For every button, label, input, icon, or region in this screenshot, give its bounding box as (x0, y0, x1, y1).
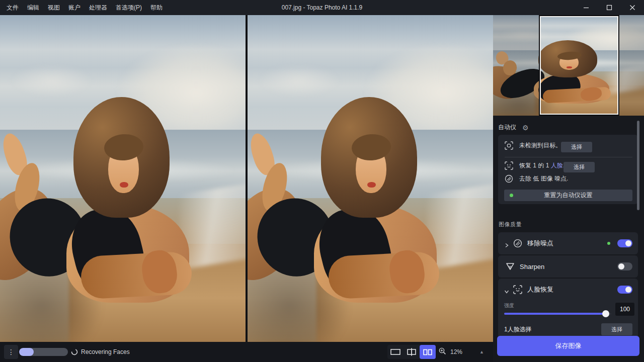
window-controls (575, 0, 644, 15)
overflow-menu-button[interactable]: ⋮ (4, 345, 18, 359)
autopilot-row-face: 恢复 1 的 1 人脸. (505, 161, 565, 170)
progress-fill (19, 348, 34, 356)
face-status-link[interactable]: 人脸 (551, 162, 563, 169)
autopilot-row-noise: 去除 低 图像 噪点. (505, 174, 568, 183)
comparison-canvas (0, 15, 493, 342)
autopilot-card: 未检测到目标。 选择 恢复 1 的 1 人脸. 选择 (498, 135, 638, 204)
zoom-in-icon (439, 347, 446, 357)
face-select-button-autopilot[interactable]: 选择 (564, 162, 595, 172)
face-recovery-label: 人脸恢复 (527, 285, 553, 294)
strength-label: 强度 (504, 302, 514, 309)
toggle-knob (625, 240, 631, 246)
face-recovery-filter-icon (513, 285, 522, 294)
chevron-down-icon[interactable] (504, 287, 509, 292)
view-single-button[interactable] (387, 345, 404, 359)
green-status-dot (510, 194, 513, 197)
autopilot-title: 自动仪 (498, 123, 516, 132)
face-selection-label: 1人脸选择 (504, 325, 532, 334)
autopilot-row-subject: 未检测到目标。 (505, 141, 561, 150)
menu-edit[interactable]: 编辑 (27, 4, 39, 12)
title-bar: 文件 编辑 视图 账户 处理器 首选项(P) 帮助 007.jpg - Topa… (0, 0, 644, 15)
scene-cloud (10, 64, 94, 97)
view-mode-group (387, 345, 436, 359)
menu-file[interactable]: 文件 (7, 4, 19, 12)
topaz-photo-ai-window: 文件 编辑 视图 账户 处理器 首选项(P) 帮助 007.jpg - Topa… (0, 0, 644, 362)
image-quality-section-label: 图像质量 (499, 221, 522, 228)
photo-before (0, 15, 246, 342)
autopilot-applied-dot (607, 242, 610, 245)
remove-noise-toggle[interactable] (617, 239, 632, 247)
remove-noise-card[interactable]: 移除噪点 (498, 232, 638, 254)
menu-help[interactable]: 帮助 (150, 4, 163, 12)
scene-foam (427, 183, 493, 269)
thumbnail-dim-left (493, 15, 540, 116)
progress-bar (19, 348, 68, 356)
thumbnail-dim-right (618, 15, 644, 116)
menu-view[interactable]: 视图 (48, 4, 60, 12)
face-selection-button[interactable]: 选择 (601, 323, 632, 335)
toggle-knob (618, 263, 624, 269)
figure-lips (120, 182, 128, 188)
face-selection-row: 1人脸选择 选择 (504, 323, 632, 335)
sharpen-filter-icon (506, 262, 515, 271)
subject-select-button[interactable]: 选择 (561, 142, 592, 152)
subject-status-text: 未检测到目标。 (519, 141, 561, 150)
close-button[interactable] (621, 0, 644, 15)
zoom-level: 12% (450, 348, 462, 355)
view-side-by-side-button[interactable] (420, 345, 436, 359)
spinner-icon (71, 348, 78, 355)
status-bar: ⋮ Recovering Faces (0, 342, 493, 362)
reset-autopilot-label: 重置为自动仪设置 (544, 191, 593, 200)
thumbnail-viewport-rect[interactable] (540, 16, 618, 115)
save-image-button[interactable]: 保存图像 (497, 336, 639, 356)
strength-slider-handle[interactable] (602, 310, 609, 317)
maximize-button[interactable] (598, 0, 621, 15)
chevron-right-icon[interactable] (504, 241, 509, 246)
menu-processor[interactable]: 处理器 (89, 4, 107, 12)
zoom-dropdown-caret[interactable]: ▲ (479, 349, 484, 354)
navigator-thumbnail[interactable] (493, 15, 644, 116)
menu-account[interactable]: 账户 (68, 4, 80, 12)
autopilot-header: 自动仪 ⚙ (498, 123, 529, 132)
settings-panel: 自动仪 ⚙ 未检测到目标。 选择 (493, 15, 644, 362)
denoise-filter-icon (513, 239, 522, 248)
card-divider (505, 157, 632, 157)
sharpen-label: Sharpen (520, 263, 544, 270)
menu-bar: 文件 编辑 视图 账户 处理器 首选项(P) 帮助 (0, 4, 163, 12)
minimize-button[interactable] (575, 0, 598, 15)
denoise-icon (505, 174, 513, 183)
scene-foam (179, 183, 246, 269)
status-text: Recovering Faces (81, 342, 130, 362)
face-status-prefix: 恢复 1 的 1 (519, 162, 551, 169)
figure-lips (367, 182, 376, 188)
sharpen-card[interactable]: Sharpen (498, 255, 638, 278)
face-detect-icon (505, 161, 513, 170)
photo-view-before[interactable] (0, 15, 246, 342)
face-recovery-toggle[interactable] (617, 286, 632, 294)
subject-detect-icon (505, 141, 513, 150)
scene-cloud (258, 64, 341, 97)
reset-autopilot-button[interactable]: 重置为自动仪设置 (504, 190, 632, 201)
remove-noise-label: 移除噪点 (527, 239, 553, 248)
panel-scrollbar[interactable] (637, 121, 639, 210)
zoom-control[interactable]: 12% ▲ (439, 345, 484, 359)
sharpen-toggle[interactable] (617, 262, 632, 270)
toggle-knob (625, 287, 631, 293)
strength-value-field[interactable]: 100 (615, 303, 634, 316)
photo-view-after[interactable] (248, 15, 493, 342)
view-split-button[interactable] (404, 345, 420, 359)
strength-slider[interactable] (504, 313, 611, 315)
strength-slider-fill (504, 313, 608, 315)
face-status-text: 恢复 1 的 1 人脸. (519, 161, 565, 170)
gear-icon[interactable]: ⚙ (522, 124, 529, 132)
noise-status-text: 去除 低 图像 噪点. (519, 174, 568, 183)
menu-preferences[interactable]: 首选项(P) (116, 4, 142, 12)
photo-after (248, 15, 493, 342)
